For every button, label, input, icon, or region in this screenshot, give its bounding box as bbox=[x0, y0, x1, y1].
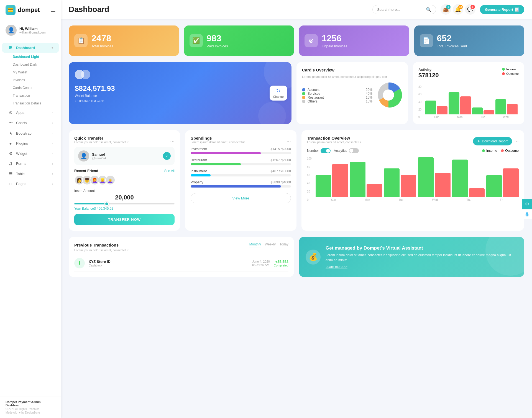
tab-today[interactable]: Today bbox=[280, 242, 288, 247]
search-input[interactable] bbox=[377, 7, 424, 12]
qt-balance-label: Your Balance bbox=[74, 207, 94, 211]
sidebar-item-forms[interactable]: 🖨 Forms › bbox=[2, 159, 59, 168]
va-desc: Lorem ipsum dolor sit amet, consectetur … bbox=[326, 253, 518, 263]
sidebar-item-plugins[interactable]: ♥ Plugins › bbox=[2, 139, 59, 148]
to-bar-group-fri bbox=[486, 168, 519, 197]
y-axis: 0 20 40 60 80 bbox=[418, 85, 423, 119]
apps-icon: ⊙ bbox=[8, 110, 13, 115]
qt-check-icon: ✓ bbox=[163, 152, 171, 160]
sidebar-sub-dashboard-dark[interactable]: Dashboard Dark bbox=[0, 61, 61, 68]
tab-weekly[interactable]: Weekly bbox=[265, 242, 276, 247]
bootstrap-icon: ★ bbox=[8, 131, 13, 136]
to-bar-fri-income bbox=[486, 175, 502, 197]
right-sidebar: ⚙ 💧 bbox=[522, 199, 532, 219]
sidebar-sub-transaction[interactable]: Transaction bbox=[0, 92, 61, 99]
wallet-icon-btn[interactable]: 👜 2 bbox=[441, 4, 451, 15]
activity-header: Activity $78120 Income Outcome bbox=[418, 68, 519, 79]
sidebar-item-pages[interactable]: □ Pages › bbox=[2, 179, 59, 189]
sidebar-item-apps[interactable]: ⊙ Apps › bbox=[2, 107, 59, 117]
to-controls: Number Analytics Inc bbox=[307, 148, 519, 153]
qt-see-all-link[interactable]: See All bbox=[164, 169, 175, 173]
qt-balance-value: $ 456,345.62 bbox=[94, 207, 113, 211]
settings-sidebar-button[interactable]: ⚙ bbox=[522, 199, 532, 209]
sp-investment-label: Investment bbox=[191, 147, 207, 151]
co-item-others-label: Others bbox=[308, 99, 318, 103]
generate-report-button[interactable]: Generate Report 📊 bbox=[480, 5, 524, 14]
to-bar-mon-outcome bbox=[367, 184, 382, 197]
number-toggle[interactable] bbox=[321, 148, 331, 153]
bottom-row: Quick Transfer Lorem ipsum dolor sit ame… bbox=[69, 130, 524, 231]
analytics-toggle-group: Analytics bbox=[334, 148, 359, 153]
co-item-account: Account 20% bbox=[302, 88, 372, 92]
qt-slider[interactable] bbox=[74, 203, 175, 204]
friend-avatar-5[interactable]: 👩‍🦳 bbox=[105, 175, 115, 185]
sidebar-item-dashboard[interactable]: ⊞ Dashboard ▾ bbox=[2, 43, 59, 53]
unpaid-invoices-icon: ⊗ bbox=[305, 34, 318, 47]
bar-sun-income bbox=[425, 101, 436, 114]
sp-item-investment: Investment $1415 /$2000 bbox=[191, 147, 291, 154]
analytics-toggle[interactable] bbox=[349, 148, 359, 153]
sidebar-sub-my-wallet[interactable]: My Wallet bbox=[0, 68, 61, 76]
message-icon-btn[interactable]: 💬 5 bbox=[465, 4, 475, 15]
spendings-more-icon[interactable]: ⋯ bbox=[287, 139, 291, 144]
wallet-change-button[interactable]: ↻ Change bbox=[270, 86, 287, 101]
main-content: Dashboard 🔍 👜 2 🔔 12 💬 5 Generate Report… bbox=[61, 0, 532, 418]
search-icon[interactable]: 🔍 bbox=[426, 7, 431, 12]
to-more-icon[interactable]: ⋯ bbox=[514, 139, 519, 144]
cards-overview-card: Card's Overview Lorem ipsum dolor sit am… bbox=[296, 62, 408, 124]
sidebar-nav: ⊞ Dashboard ▾ Dashboard Light Dashboard … bbox=[0, 40, 61, 396]
bar-group-mon bbox=[449, 92, 471, 114]
notification-icon-btn[interactable]: 🔔 12 bbox=[453, 4, 463, 15]
table-row: ⬇ XYZ Store ID Cashback June 4, 2020 05:… bbox=[74, 255, 288, 271]
user-section: 👤 Hi, William william@gmail.com bbox=[0, 20, 61, 40]
user-email: william@gmail.com bbox=[19, 31, 45, 34]
toggle-knob bbox=[326, 149, 330, 153]
va-learn-more-link[interactable]: Learn more >> bbox=[326, 265, 518, 269]
paid-invoices-num: 983 bbox=[207, 33, 228, 43]
sidebar-sub-transaction-details[interactable]: Transaction Details bbox=[0, 99, 61, 107]
sidebar-item-label-forms: Forms bbox=[16, 161, 26, 166]
income-label: Income bbox=[506, 68, 516, 71]
bar-wed-income bbox=[495, 99, 506, 114]
sidebar-sub-invoices[interactable]: Invoices bbox=[0, 76, 61, 84]
sp-investment-bar bbox=[191, 152, 261, 154]
paid-invoices-label: Paid Invoices bbox=[207, 44, 228, 48]
chevron-right-icon-7: › bbox=[52, 172, 53, 175]
sidebar-item-label-charts: Charts bbox=[16, 121, 27, 125]
to-bar-fri-outcome bbox=[503, 168, 519, 197]
generate-report-label: Generate Report bbox=[485, 7, 513, 12]
co-item-others-pct: 15% bbox=[366, 99, 372, 103]
water-sidebar-button[interactable]: 💧 bbox=[522, 209, 532, 219]
sidebar-item-label-widget: Widget bbox=[16, 152, 27, 156]
services-dot bbox=[302, 92, 305, 95]
stat-card-sent-invoices: 📄 652 Total Invoices Sent bbox=[414, 25, 525, 56]
stat-card-total-invoices: 📋 2478 Total Invoices bbox=[69, 25, 179, 56]
hamburger-icon[interactable]: ☰ bbox=[45, 2, 58, 18]
sidebar-item-widget[interactable]: ⚙ Widget › bbox=[2, 148, 59, 158]
to-bar-group-wed bbox=[418, 157, 450, 197]
analytics-knob bbox=[349, 149, 353, 153]
footer-made: Made with ♥ by DesignZone bbox=[6, 411, 55, 414]
quick-transfer-more-icon[interactable]: ⋯ bbox=[170, 139, 175, 144]
transfer-now-button[interactable]: TRANSFER NOW bbox=[74, 214, 175, 225]
total-invoices-num: 2478 bbox=[91, 33, 113, 43]
view-more-button[interactable]: View More bbox=[191, 193, 291, 203]
sp-item-property: Property $3890 /$4000 bbox=[191, 180, 291, 188]
sidebar-item-bootstrap[interactable]: ★ Bootstrap › bbox=[2, 128, 59, 138]
sidebar-sub-dashboard-light[interactable]: Dashboard Light bbox=[0, 53, 61, 61]
qt-slider-thumb[interactable] bbox=[104, 202, 109, 206]
sidebar-sub-cards-center[interactable]: Cards Center bbox=[0, 84, 61, 92]
to-income-legend: Income bbox=[482, 149, 497, 153]
sp-property-bar-bg bbox=[191, 185, 291, 188]
sidebar-footer: Dompet Payment Admin Dashboard © 2021 Al… bbox=[0, 396, 61, 418]
last-row: Previous Transactions Monthly Weekly Tod… bbox=[69, 237, 524, 283]
sidebar-item-table[interactable]: ☰ Table › bbox=[2, 169, 59, 179]
co-item-account-pct: 20% bbox=[366, 88, 372, 92]
download-report-button[interactable]: ⬇ Download Report bbox=[473, 137, 512, 145]
bar-tue-income bbox=[472, 107, 483, 114]
sent-invoices-icon: 📄 bbox=[420, 34, 433, 47]
logo-emoji: 💳 bbox=[7, 7, 14, 13]
sidebar-item-charts[interactable]: 〜 Charts › bbox=[2, 118, 59, 128]
tab-monthly[interactable]: Monthly bbox=[249, 242, 261, 247]
sidebar-item-label-dashboard: Dashboard bbox=[16, 46, 35, 50]
